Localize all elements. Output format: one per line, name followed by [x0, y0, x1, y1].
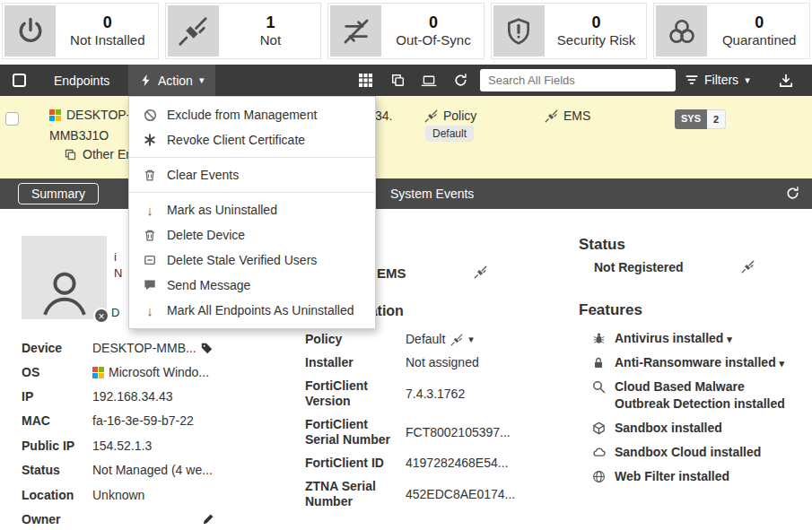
system-events-badge[interactable]: SYS 2	[675, 109, 726, 129]
refresh-icon[interactable]	[786, 187, 799, 200]
tab-summary[interactable]: Summary	[18, 183, 99, 204]
field-value: 4197282468E54...	[406, 456, 508, 471]
endpoint-row[interactable]: DESKTOP- MMB3J1O Other Endpoints 34. Pol…	[0, 96, 812, 178]
power-icon	[4, 5, 56, 56]
tile-count: 0	[709, 13, 809, 33]
feature-label: Cloud Based Malware Outbreak Detection i…	[615, 378, 794, 413]
menu-item-delete-device[interactable]: Delete Device	[129, 222, 375, 248]
field-label: Policy	[305, 332, 406, 347]
menu-item-clear-events[interactable]: Clear Events	[129, 162, 375, 187]
slash-circle-icon	[143, 108, 157, 122]
endpoints-toolbar: Endpoints Action ▾ Filters ▾	[0, 65, 812, 96]
filters-button[interactable]: Filters ▾	[685, 73, 750, 87]
edit-pencil-icon[interactable]	[202, 513, 214, 526]
field-public-ip: Public IP 154.52.1.3	[22, 439, 282, 453]
menu-item-label: Clear Events	[167, 168, 239, 182]
chevron-down-icon: ▾	[745, 75, 750, 85]
bolt-icon	[140, 74, 152, 87]
menu-item-mark-uninstalled[interactable]: ↓ Mark as Uninstalled	[129, 197, 375, 222]
endpoint-name-line1: DESKTOP-	[66, 108, 130, 122]
chevron-down-icon: ▾	[199, 75, 205, 85]
menu-divider	[129, 157, 375, 158]
action-button-label: Action	[158, 74, 193, 88]
windows-logo-icon	[49, 109, 61, 121]
cloud-icon	[592, 446, 607, 460]
menu-item-exclude[interactable]: Exclude from Management	[129, 102, 375, 127]
endpoint-avatar	[22, 236, 107, 319]
search-input[interactable]	[480, 69, 676, 91]
field-value: 452EDC8AE0174...	[406, 487, 515, 502]
menu-item-mark-all-uninstalled[interactable]: ↓ Mark All Endpoints As Uninstalled	[129, 298, 375, 323]
field-ztna-serial: ZTNA Serial Number 452EDC8AE0174...	[305, 479, 537, 509]
tag-icon[interactable]	[201, 343, 213, 354]
tile-not-registered[interactable]: 1 Not	[165, 3, 322, 59]
bug-icon	[592, 332, 607, 346]
feature-web-filter: Web Filter installed	[592, 468, 806, 485]
obscured-text-line: i	[114, 250, 117, 264]
feature-label: Sandbox Cloud installed	[615, 444, 761, 461]
tile-label: Quarantined	[709, 32, 809, 49]
menu-item-delete-stale-users[interactable]: Delete Stale Verified Users	[129, 248, 375, 273]
menu-item-label: Delete Device	[167, 228, 245, 242]
trash-icon	[143, 168, 157, 182]
feature-anti-ransomware[interactable]: Anti-Ransomware installed ▾	[592, 354, 806, 371]
field-label: MAC	[22, 413, 92, 428]
field-value: Not Managed (4 we...	[92, 463, 213, 477]
field-label: Owner	[22, 512, 92, 526]
tile-not-installed[interactable]: 0 Not Installed	[2, 3, 159, 59]
tile-label: Security Risk	[546, 32, 647, 49]
clone-view-icon[interactable]	[391, 74, 405, 87]
field-value: fa-16-3e-59-b7-22	[92, 413, 194, 428]
field-value: 7.4.3.1762	[406, 387, 465, 402]
filters-label: Filters	[704, 73, 738, 87]
field-value: Unknown	[92, 488, 144, 502]
field-value: Not assigned	[406, 355, 479, 370]
magnifier-icon	[592, 380, 607, 395]
trash-icon	[143, 228, 157, 242]
table-view-icon[interactable]	[359, 74, 372, 87]
configuration-fields: Policy Default ▾ Installer Not assigned …	[305, 332, 537, 517]
field-mac: MAC fa-16-3e-59-b7-22	[22, 413, 282, 428]
device-view-icon[interactable]	[421, 75, 437, 87]
sys-badge-label: SYS	[675, 109, 707, 129]
menu-item-label: Revoke Client Certificate	[167, 133, 305, 147]
disconnect-icon	[450, 334, 463, 346]
registration-status: Not Registered	[594, 260, 684, 274]
field-label: FortiClient ID	[305, 456, 406, 471]
row-checkbox[interactable]	[5, 112, 19, 126]
field-value: 192.168.34.43	[92, 389, 173, 404]
sandbox-icon	[592, 421, 607, 436]
field-owner: Owner	[22, 512, 282, 526]
disconnect-icon	[741, 260, 755, 274]
chevron-down-icon[interactable]: ▾	[468, 335, 474, 344]
down-arrow-icon: ↓	[143, 303, 157, 317]
ems-column-label: EMS	[563, 109, 590, 123]
group-icon	[65, 149, 76, 161]
tile-quarantined[interactable]: 0 Quarantined	[653, 3, 810, 59]
feature-label: Antivirus installed	[615, 331, 723, 345]
menu-item-revoke-cert[interactable]: Revoke Client Certificate	[129, 127, 375, 152]
feature-antivirus[interactable]: Antivirus installed ▾	[592, 330, 806, 347]
message-icon	[143, 278, 157, 292]
chevron-down-icon[interactable]: ▾	[780, 358, 785, 369]
chevron-down-icon[interactable]: ▾	[727, 334, 732, 344]
quarantine-icon	[656, 5, 707, 56]
deregistered-badge-icon[interactable]: ×	[93, 308, 109, 324]
field-value: 154.52.1.3	[92, 439, 152, 453]
menu-item-send-message[interactable]: Send Message	[129, 273, 375, 298]
tile-security-risk[interactable]: 0 Security Risk	[491, 3, 648, 59]
endpoint-status-tiles: 0 Not Installed 1 Not 0 Out-Of-Sync 0 Se…	[0, 0, 812, 62]
card-minus-icon	[143, 253, 157, 267]
tab-system-events[interactable]: System Events	[390, 187, 474, 201]
action-button[interactable]: Action ▾	[128, 65, 215, 96]
select-all-checkbox[interactable]	[13, 74, 26, 87]
field-location: Location Unknown	[22, 488, 282, 502]
tile-out-of-sync[interactable]: 0 Out-Of-Sync	[327, 3, 485, 59]
obscured-text-line: N	[114, 266, 122, 280]
download-icon[interactable]	[779, 74, 793, 88]
field-installer: Installer Not assigned	[305, 355, 537, 370]
filter-icon	[685, 74, 698, 86]
refresh-icon[interactable]	[454, 74, 467, 87]
disconnect-icon	[424, 109, 438, 123]
endpoint-name-line2: MMB3J1O	[49, 128, 109, 143]
